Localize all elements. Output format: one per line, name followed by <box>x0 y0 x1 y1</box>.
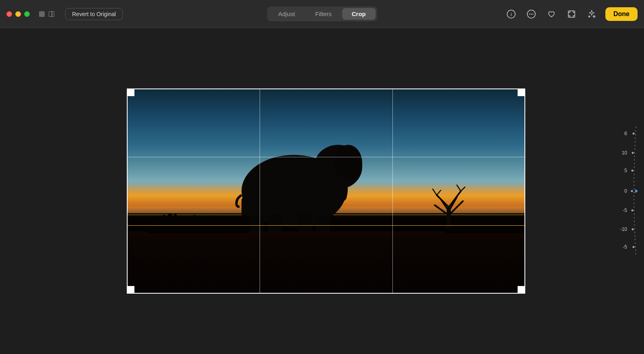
window-icon-split <box>47 10 56 18</box>
svg-point-20 <box>632 210 634 212</box>
dial-label-0: 0 <box>624 188 627 194</box>
dial-track: 6 10 5 0 -5 -10 -5 <box>616 123 640 259</box>
photo <box>127 88 525 294</box>
rotation-dial[interactable]: 6 10 5 0 -5 -10 -5 <box>612 115 644 268</box>
svg-point-5 <box>533 13 533 14</box>
crop-resize-button[interactable] <box>565 8 578 21</box>
svg-point-22 <box>633 246 635 248</box>
svg-marker-19 <box>635 189 638 193</box>
svg-rect-12 <box>298 213 312 231</box>
svg-rect-13 <box>316 215 330 231</box>
grass-left <box>147 209 248 233</box>
main-area: 6 10 5 0 -5 -10 -5 <box>0 28 644 354</box>
window-icon-square <box>38 10 46 18</box>
window-icons <box>38 10 56 18</box>
svg-rect-6 <box>568 11 575 17</box>
crop-container[interactable] <box>127 88 525 294</box>
tab-crop[interactable]: Crop <box>342 8 376 20</box>
traffic-lights <box>6 11 30 17</box>
tab-adjust[interactable]: Adjust <box>268 8 305 20</box>
more-options-button[interactable] <box>525 8 538 21</box>
right-toolbar: i <box>505 7 638 21</box>
minimize-button[interactable] <box>15 11 21 17</box>
done-button[interactable]: Done <box>605 7 638 21</box>
dial-label-neg5b: -5 <box>623 244 627 250</box>
fullscreen-button[interactable] <box>24 11 30 17</box>
close-button[interactable] <box>6 11 12 17</box>
tab-filters[interactable]: Filters <box>305 8 341 20</box>
dial-label-10: 10 <box>622 150 627 156</box>
svg-rect-11 <box>268 214 282 231</box>
edit-tabs: Adjust Filters Crop <box>267 6 377 21</box>
titlebar: Revert to Original Adjust Filters Crop i <box>0 0 644 28</box>
svg-point-18 <box>631 190 633 192</box>
svg-point-15 <box>633 133 635 135</box>
svg-point-3 <box>529 13 530 14</box>
elephant-silhouette <box>233 119 362 231</box>
favorite-button[interactable] <box>545 8 558 21</box>
svg-point-4 <box>531 13 532 14</box>
svg-point-16 <box>632 152 634 154</box>
dial-label-6: 6 <box>624 131 627 136</box>
dial-label-neg5: -5 <box>623 208 627 213</box>
dial-label-5: 5 <box>624 168 627 173</box>
grass-right <box>445 213 525 233</box>
svg-text:i: i <box>510 11 512 17</box>
svg-point-17 <box>632 170 634 172</box>
auto-enhance-button[interactable] <box>585 8 598 21</box>
svg-point-21 <box>632 228 634 231</box>
info-button[interactable]: i <box>505 8 518 21</box>
svg-rect-10 <box>250 215 264 231</box>
dial-label-neg10: -10 <box>620 226 627 232</box>
revert-to-original-button[interactable]: Revert to Original <box>65 8 123 20</box>
canvas-area: 6 10 5 0 -5 -10 -5 <box>0 28 644 354</box>
dial-arc-svg <box>616 123 640 259</box>
